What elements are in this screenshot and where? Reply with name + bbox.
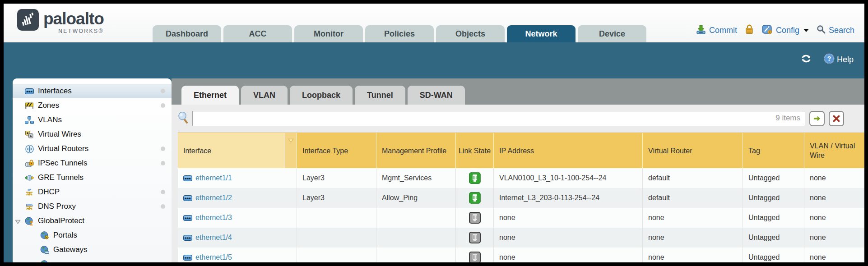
cell-tag: Untagged — [743, 168, 804, 188]
search-button[interactable]: Search — [816, 24, 854, 37]
sidebar-item-zones[interactable]: Zones — [13, 98, 172, 113]
sidebar-item-interfaces[interactable]: Interfaces — [13, 84, 172, 98]
globalprotect-icon — [24, 216, 34, 225]
tab-ethernet[interactable]: Ethernet — [181, 86, 239, 105]
interface-table-body: ethernet1/1 Layer3 Mgmt_Services — [178, 168, 864, 262]
col-ip-address[interactable]: IP Address — [494, 133, 643, 168]
col-management-profile[interactable]: Management Profile — [376, 133, 456, 168]
sidebar-item-gre-tunnels[interactable]: GRE Tunnels — [13, 170, 172, 185]
table-row: ethernet1/1 Layer3 Mgmt_Services — [178, 168, 864, 188]
link-state-unknown-icon[interactable] — [469, 232, 481, 243]
interface-link[interactable]: ethernet1/3 — [195, 214, 232, 222]
cell-tag: Untagged — [743, 228, 804, 248]
sidebar-item-ipsec-tunnels[interactable]: IPSec Tunnels — [13, 156, 172, 170]
cell-interface-type — [297, 248, 376, 262]
tab-objects[interactable]: Objects — [436, 25, 505, 42]
commit-button[interactable]: Commit — [696, 24, 737, 37]
main-navigation: Dashboard ACC Monitor Policies Objects N… — [153, 25, 646, 42]
cell-interface-type — [297, 208, 376, 228]
refresh-icon[interactable] — [800, 53, 812, 66]
lock-icon — [744, 24, 754, 37]
app-window: paloalto NETWORKS® Dashboard ACC Monitor… — [4, 4, 864, 262]
sidebar-item-vlans[interactable]: VLANs — [13, 113, 172, 127]
col-interface[interactable]: Interface — [178, 133, 285, 168]
cell-management-profile: Mgmt_Services — [376, 168, 456, 188]
portals-icon — [40, 231, 50, 240]
col-sort-dropdown[interactable] — [285, 133, 297, 168]
items-count: 9 items — [775, 114, 800, 123]
col-link-state[interactable]: Link State — [456, 133, 494, 168]
interface-link[interactable]: ethernet1/5 — [195, 253, 232, 261]
tab-vlan[interactable]: VLAN — [241, 86, 288, 105]
cell-vlan: none — [804, 228, 864, 248]
lock-button[interactable] — [744, 24, 754, 37]
item-dot — [161, 103, 165, 108]
link-state-up-icon[interactable] — [469, 172, 481, 184]
interface-link[interactable]: ethernet1/1 — [195, 174, 232, 182]
green-arrow-icon — [813, 115, 821, 122]
clear-filter-button[interactable] — [829, 111, 844, 126]
sub-header-bar: ? Help — [4, 42, 864, 78]
apply-filter-button[interactable] — [809, 111, 825, 126]
collapse-caret-icon[interactable] — [15, 218, 21, 227]
filter-bar: 9 items — [178, 111, 864, 126]
col-tag[interactable]: Tag — [743, 133, 804, 168]
sidebar-item-dhcp[interactable]: IP DHCP — [13, 185, 172, 199]
interfaces-icon — [24, 87, 34, 96]
brand-name: paloalto — [43, 9, 104, 29]
table-row: ethernet1/2 Layer3 Allow_Ping — [178, 188, 864, 208]
dns-proxy-icon: DNS — [24, 202, 34, 211]
tab-loopback[interactable]: Loopback — [290, 86, 353, 105]
sidebar-item-portals[interactable]: Portals — [13, 228, 172, 243]
help-icon: ? — [824, 53, 835, 66]
tab-dashboard[interactable]: Dashboard — [153, 25, 221, 42]
main-area: Ethernet VLAN Loopback Tunnel SD-WAN — [172, 78, 864, 262]
col-interface-type[interactable]: Interface Type — [297, 133, 376, 168]
tab-acc[interactable]: ACC — [223, 25, 292, 42]
filter-input[interactable] — [195, 112, 764, 125]
sidebar-item-globalprotect[interactable]: GlobalProtect — [13, 214, 172, 228]
sidebar: Interfaces Zones — [13, 78, 172, 262]
interface-link[interactable]: ethernet1/2 — [195, 194, 232, 202]
commit-icon — [696, 24, 706, 37]
help-button[interactable]: ? Help — [824, 53, 854, 66]
cell-tag: Untagged — [743, 188, 804, 208]
item-dot — [161, 204, 165, 209]
sidebar-item-partial[interactable] — [13, 257, 172, 262]
zones-icon — [24, 101, 34, 110]
table-header: Interface Interface Type Management Prof… — [178, 133, 864, 168]
tab-tunnel[interactable]: Tunnel — [355, 86, 405, 105]
config-menu[interactable]: Config — [761, 24, 809, 37]
sidebar-item-virtual-wires[interactable]: Virtual Wires — [13, 127, 172, 142]
cell-management-profile: Allow_Ping — [376, 188, 456, 208]
cell-ip-address: none — [494, 248, 643, 262]
col-virtual-router[interactable]: Virtual Router — [643, 133, 743, 168]
sidebar-item-dns-proxy[interactable]: DNS DNS Proxy — [13, 199, 172, 214]
svg-text:?: ? — [827, 55, 831, 62]
tab-policies[interactable]: Policies — [365, 25, 434, 42]
cell-virtual-router: default — [643, 188, 743, 208]
link-state-unknown-icon[interactable] — [469, 252, 481, 262]
cell-tag: Untagged — [743, 248, 804, 262]
interface-icon — [183, 215, 192, 221]
tab-monitor[interactable]: Monitor — [294, 25, 363, 42]
item-dot — [161, 147, 165, 151]
cell-management-profile — [376, 208, 456, 228]
interface-link[interactable]: ethernet1/4 — [195, 234, 232, 242]
gateways-icon — [40, 245, 50, 254]
item-dot — [161, 190, 165, 194]
link-state-up-icon[interactable] — [469, 192, 481, 204]
interface-icon — [183, 255, 192, 261]
cell-virtual-router: none — [643, 228, 743, 248]
filter-search-icon[interactable] — [178, 112, 189, 125]
sidebar-item-gateways[interactable]: Gateways — [13, 243, 172, 257]
col-vlan-virtual-wire[interactable]: VLAN / Virtual Wire — [804, 133, 864, 168]
paloalto-logo-icon — [17, 9, 39, 31]
tab-device[interactable]: Device — [578, 25, 646, 42]
sidebar-item-virtual-routers[interactable]: Virtual Routers — [13, 142, 172, 156]
link-state-unknown-icon[interactable] — [469, 212, 481, 224]
cell-vlan: none — [804, 168, 864, 188]
tab-sdwan[interactable]: SD-WAN — [408, 86, 465, 105]
tab-network[interactable]: Network — [507, 25, 576, 42]
table-row: ethernet1/4 none — [178, 228, 864, 248]
